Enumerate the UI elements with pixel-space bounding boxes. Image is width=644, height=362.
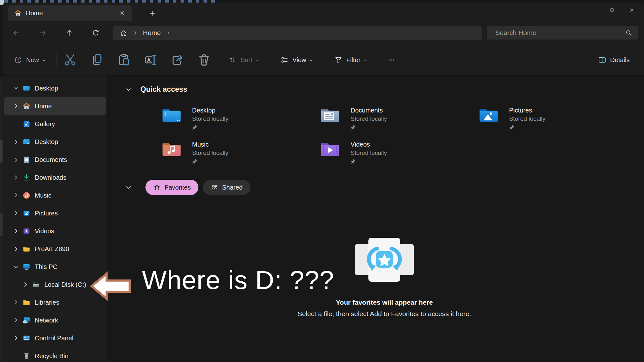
breadcrumb[interactable]: Home xyxy=(113,26,482,40)
sidebar-item-gallery[interactable]: Gallery xyxy=(4,115,106,133)
chevron-down-icon xyxy=(363,58,367,62)
window-controls xyxy=(582,3,641,17)
favorites-tab-label: Favorites xyxy=(165,184,191,191)
tile-subtitle: Stored locally xyxy=(351,114,387,123)
breadcrumb-separator-icon xyxy=(133,31,137,35)
sidebar-item-proart-z890[interactable]: ProArt Z890 xyxy=(4,240,106,258)
section-collapse-icon[interactable] xyxy=(125,184,132,191)
quick-access-tiles: Desktop Stored locally Documents Stored … xyxy=(162,106,637,164)
drive-icon xyxy=(32,280,40,289)
chevron-down-icon[interactable] xyxy=(12,85,19,92)
home-icon xyxy=(14,9,22,17)
chevron-right-icon[interactable] xyxy=(22,281,29,288)
favorites-empty-title: Your favorites will appear here xyxy=(289,299,480,306)
quick-access-tile-desktop[interactable]: Desktop Stored locally xyxy=(162,106,320,130)
details-button-label: Details xyxy=(610,56,630,64)
sidebar-item-control-panel[interactable]: Control Panel xyxy=(4,329,106,347)
filter-button[interactable]: Filter xyxy=(330,53,371,67)
sidebar-item-libraries[interactable]: Libraries xyxy=(4,293,106,311)
navigation-bar: Home xyxy=(3,21,644,45)
close-window-button[interactable] xyxy=(622,3,641,17)
quick-access-tile-pictures[interactable]: Pictures Stored locally xyxy=(479,106,637,130)
chevron-right-icon[interactable] xyxy=(12,138,19,145)
sidebar-item-network[interactable]: Network xyxy=(4,311,106,329)
toolbar-divider xyxy=(56,53,56,67)
chevron-right-icon[interactable] xyxy=(12,192,19,199)
new-button[interactable]: New xyxy=(10,53,50,67)
sidebar-item-home[interactable]: Home xyxy=(4,97,106,115)
favorites-empty-subtitle: Select a file, then select Add to Favori… xyxy=(257,310,512,318)
tab-close-icon[interactable] xyxy=(117,8,128,18)
view-button-label: View xyxy=(292,56,306,64)
refresh-button[interactable] xyxy=(89,26,102,40)
breadcrumb-item-home[interactable]: Home xyxy=(143,29,161,37)
details-button[interactable]: Details xyxy=(594,53,636,67)
sidebar-item-this-pc[interactable]: This PC xyxy=(4,258,106,276)
forward-button[interactable] xyxy=(36,26,49,40)
toolbar-divider xyxy=(218,53,218,67)
chevron-right-icon[interactable] xyxy=(12,299,19,306)
home-outline-icon[interactable] xyxy=(120,29,127,37)
cut-button[interactable] xyxy=(63,53,78,67)
quick-access-tile-music[interactable]: Music Stored locally xyxy=(162,140,320,164)
section-collapse-icon[interactable] xyxy=(125,86,132,93)
search-icon[interactable] xyxy=(625,29,632,36)
tile-name: Desktop xyxy=(192,106,228,114)
chevron-right-icon[interactable] xyxy=(12,156,19,163)
sidebar-item-recycle-bin[interactable]: Recycle Bin xyxy=(4,347,106,362)
sidebar-item-label: Documents xyxy=(35,156,67,163)
share-button[interactable] xyxy=(170,53,185,67)
folder-icon xyxy=(22,245,31,253)
sidebar-item-music[interactable]: Music xyxy=(4,186,106,204)
tile-videos-icon xyxy=(320,141,340,158)
maximize-button[interactable] xyxy=(602,3,622,17)
favorites-tab[interactable]: Favorites xyxy=(145,180,198,195)
rename-button[interactable] xyxy=(143,53,158,67)
sidebar-item-desktop[interactable]: Desktop xyxy=(4,133,106,151)
chevron-right-icon[interactable] xyxy=(12,245,19,252)
shared-tab[interactable]: Shared xyxy=(203,180,250,195)
tab-home[interactable]: Home xyxy=(8,5,132,21)
sort-button[interactable]: Sort xyxy=(225,53,263,67)
sidebar-item-label: Home xyxy=(35,103,52,110)
sidebar-item-downloads[interactable]: Downloads xyxy=(4,169,106,186)
back-button[interactable] xyxy=(10,26,23,40)
up-button[interactable] xyxy=(63,26,76,40)
chevron-right-icon[interactable] xyxy=(12,335,19,342)
chevron-right-icon[interactable] xyxy=(12,174,19,181)
quick-access-tile-videos[interactable]: Videos Stored locally xyxy=(320,140,479,164)
paste-button[interactable] xyxy=(116,53,131,67)
chevron-right-icon[interactable] xyxy=(12,317,19,324)
sidebar-item-label: Music xyxy=(35,192,51,199)
search-input[interactable] xyxy=(487,29,625,37)
more-options-button[interactable] xyxy=(384,53,399,67)
chevron-down-icon xyxy=(255,58,259,62)
explorer-window: Home Home xyxy=(3,3,644,362)
tile-subtitle: Stored locally xyxy=(351,148,387,157)
search-box[interactable] xyxy=(487,26,638,40)
chevron-right-icon[interactable] xyxy=(12,228,19,235)
chevron-down-icon[interactable] xyxy=(12,263,19,270)
minimize-button[interactable] xyxy=(582,3,602,17)
network-icon xyxy=(22,316,31,324)
thispc-icon xyxy=(22,263,31,271)
delete-button[interactable] xyxy=(197,53,211,67)
sidebar-item-desktop[interactable]: Desktop xyxy=(4,79,106,97)
quick-access-tile-documents[interactable]: Documents Stored locally xyxy=(320,106,479,130)
chevron-right-icon[interactable] xyxy=(12,103,19,110)
view-button[interactable]: View xyxy=(277,53,317,67)
sidebar-item-local-disk-c[interactable]: Local Disk (C:) xyxy=(4,276,106,293)
new-plus-icon xyxy=(14,56,22,64)
sidebar-item-documents[interactable]: Documents xyxy=(4,151,106,169)
pictures-icon xyxy=(22,209,31,217)
new-tab-button[interactable] xyxy=(147,8,158,19)
tile-documents-icon xyxy=(320,107,340,124)
sidebar-item-videos[interactable]: Videos xyxy=(4,222,106,240)
sidebar-item-pictures[interactable]: Pictures xyxy=(4,204,106,222)
quick-access-header[interactable]: Quick access xyxy=(125,85,187,94)
sidebar-item-label: Desktop xyxy=(35,85,58,92)
view-icon xyxy=(280,56,289,64)
copy-button[interactable] xyxy=(90,53,104,67)
chevron-right-icon[interactable] xyxy=(12,210,19,217)
sort-icon xyxy=(228,56,237,64)
